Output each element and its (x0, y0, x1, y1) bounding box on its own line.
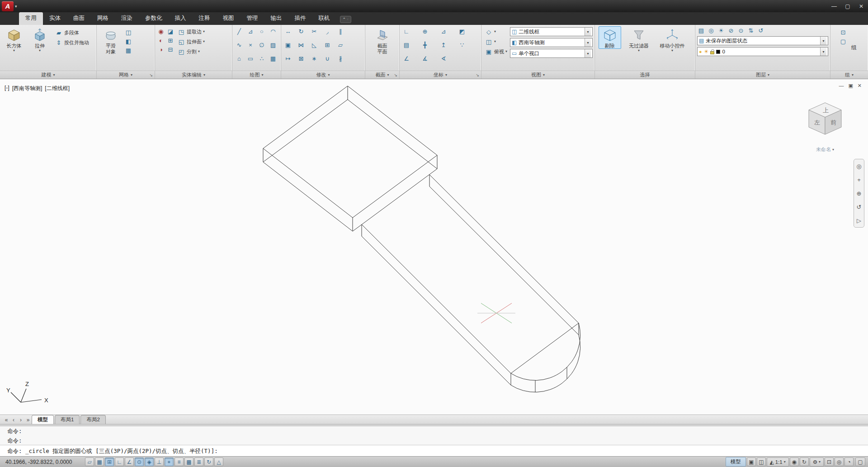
panel-label-modify[interactable]: 修改▾ (281, 71, 365, 79)
viewcube-coordinate-system[interactable]: 未命名 ▾ (800, 146, 850, 153)
section-plane-button[interactable]: 截面 平面 (370, 26, 395, 55)
chevron-down-icon[interactable]: ▾ (820, 48, 826, 56)
ortho-toggle[interactable]: ∟ (115, 457, 124, 466)
layer-state-combo[interactable]: ▤ 未保存的图层状态 ▾ (697, 36, 828, 45)
ucs-3point-icon[interactable]: ∵ (458, 41, 466, 49)
grid-toggle[interactable]: ⊞ (105, 457, 114, 466)
quick-view-drawings-icon[interactable]: ◫ (757, 457, 766, 466)
command-input[interactable]: 命令: _circle 指定圆的圆心或 [三点(3P)/两点(2P)/切点、切点… (0, 445, 868, 456)
imprint-icon[interactable]: ⊞ (166, 36, 175, 44)
layer-lock-icon[interactable]: ⊙ (737, 26, 745, 34)
layer-isolate-icon[interactable]: ◎ (707, 26, 715, 34)
view-manager-button[interactable]: ◇ ▾ (483, 27, 509, 36)
transparency-toggle[interactable]: ▩ (184, 457, 193, 466)
viewcube-top-face[interactable]: 上 (823, 107, 829, 114)
polygon-icon[interactable]: ⌂ (235, 54, 243, 62)
drawing-area[interactable]: Y Z X [-] [西南等轴测] [二维线框] — ▣ ✕ 上 左 前 (0, 79, 868, 415)
show-motion-icon[interactable]: ▷ (855, 216, 863, 224)
layer-combo[interactable]: ● ☀ 0 ▾ (697, 47, 828, 56)
panel-label-coordinates[interactable]: 坐标▾ ↘ (400, 71, 481, 79)
pan-icon[interactable]: + (855, 176, 863, 184)
mesh-primitive-icon[interactable]: ◫ (124, 28, 132, 36)
extrude-faces-button[interactable]: ◱ 拉伸面 ▾ (176, 37, 206, 46)
copy-icon[interactable]: ▣ (284, 41, 292, 49)
annotation-monitor-toggle[interactable]: △ (214, 457, 223, 466)
dialog-launcher-icon[interactable]: ↘ (394, 73, 397, 77)
clean-screen-button[interactable]: ▢ (855, 457, 865, 466)
view-orientation-combo[interactable]: ◧ 西南等轴测 ▾ (510, 38, 593, 47)
ucs-zaxis-icon[interactable]: ↥ (439, 41, 448, 49)
hatch-icon[interactable]: ▨ (269, 41, 277, 49)
ribbon-minimize-button[interactable]: ⌃ ▾ (340, 16, 352, 23)
subtract-icon[interactable]: ◐ (157, 36, 165, 44)
offset-icon[interactable]: ∥ (336, 27, 344, 35)
rectangle-icon[interactable]: ▭ (246, 54, 255, 62)
previous-tab-button[interactable]: ‹ (10, 417, 17, 424)
chevron-down-icon[interactable]: ▾ (585, 28, 591, 36)
ribbon-tab-plugins[interactable]: 插件 (288, 12, 312, 25)
viewcube-front-face[interactable]: 前 (830, 119, 836, 126)
scale-icon[interactable]: ▱ (336, 41, 344, 49)
arc-icon[interactable]: ◠ (269, 27, 277, 35)
isolate-objects-icon[interactable]: ◎ (835, 457, 844, 466)
move-icon[interactable]: ↔ (284, 27, 292, 35)
drawing-restore-button[interactable]: ▣ (848, 83, 853, 89)
ribbon-tab-solid[interactable]: 实体 (43, 12, 67, 25)
ribbon-tab-mesh[interactable]: 网格 (91, 12, 115, 25)
annotation-autoscale-icon[interactable]: ↻ (800, 457, 809, 466)
circle-icon[interactable]: ○ (258, 27, 266, 35)
panel-label-solid-editing[interactable]: 实体编辑▾ (155, 71, 232, 79)
dyn-toggle[interactable]: ⌖ (165, 457, 174, 466)
table-icon[interactable]: ▦ (269, 54, 277, 62)
dialog-launcher-icon[interactable]: ↘ (476, 73, 479, 77)
ucs-object-icon[interactable]: ⊿ (439, 27, 448, 35)
union-icon[interactable]: ◉ (157, 27, 165, 35)
polysolid-button[interactable]: ▰ 多段体 (53, 28, 90, 37)
first-tab-button[interactable]: « (3, 417, 10, 424)
visual-styles-button[interactable]: ◫ ▾ (483, 37, 509, 46)
erase-icon[interactable]: ⊠ (297, 54, 305, 62)
viewport-config-combo[interactable]: ▭ 单个视口 ▾ (510, 49, 593, 58)
lineweight-toggle[interactable]: ≡ (175, 457, 184, 466)
shell-icon[interactable]: ⊟ (166, 45, 175, 53)
chevron-down-icon[interactable]: ▾ (585, 49, 591, 57)
explode-icon[interactable]: ∗ (310, 54, 318, 62)
mesh-smooth-more-icon[interactable]: ◧ (124, 37, 132, 45)
stretch-icon[interactable]: ↦ (284, 54, 292, 62)
snap-toggle[interactable]: ▦ (95, 457, 104, 466)
fillet-icon[interactable]: ◞ (323, 27, 331, 35)
layer-thaw-icon[interactable]: ☀ (704, 48, 709, 55)
ribbon-tab-online[interactable]: 联机 (312, 12, 336, 25)
application-menu-caret-icon[interactable]: ▾ (15, 4, 17, 9)
viewport-menu-control[interactable]: [-] (5, 85, 9, 92)
application-menu-button[interactable]: A (2, 1, 14, 11)
close-button[interactable]: ✕ (854, 1, 868, 11)
coordinates-readout[interactable]: 40.1966, -392.8322, 0.0000 (3, 458, 84, 466)
hardware-accel-icon[interactable]: ◔ (844, 457, 854, 466)
visual-style-combo[interactable]: ◫ 二维线框 ▾ (510, 27, 593, 36)
spline-icon[interactable]: ∿ (235, 41, 243, 49)
layer-color-swatch[interactable] (716, 50, 720, 54)
ucs-y-icon[interactable]: ∡ (421, 54, 429, 62)
ucs-view-icon[interactable]: ▤ (402, 41, 410, 49)
layer-on-icon[interactable]: ● (699, 49, 702, 54)
line-icon[interactable]: ╱ (235, 27, 243, 35)
zoom-icon[interactable]: ⊕ (855, 189, 863, 197)
culling-toggle-button[interactable]: 剔除 (599, 26, 621, 49)
panel-label-mesh[interactable]: 网格▾ ↘ (97, 71, 155, 79)
osnap-toggle[interactable]: ⊙ (135, 457, 144, 466)
infer-constraints-toggle[interactable]: ▱ (85, 457, 94, 466)
navigation-bar[interactable]: ◎+⊕↺▷ (854, 159, 864, 228)
polar-toggle[interactable]: ∠ (125, 457, 134, 466)
ucs-z-icon[interactable]: ∢ (439, 54, 448, 62)
next-tab-button[interactable]: › (17, 417, 24, 424)
mesh-refine-icon[interactable]: ▦ (124, 46, 132, 54)
ducs-toggle[interactable]: ⊥ (155, 457, 164, 466)
xline-icon[interactable]: × (246, 41, 255, 49)
model-space-button[interactable]: 模型 (726, 457, 746, 467)
point-icon[interactable]: ∴ (258, 54, 266, 62)
layer-unlock-icon[interactable] (710, 51, 714, 54)
ribbon-tab-manage[interactable]: 管理 (241, 12, 264, 25)
ribbon-tab-view[interactable]: 视图 (217, 12, 241, 25)
extrude-button[interactable]: 拉伸 ▾ (28, 26, 52, 53)
